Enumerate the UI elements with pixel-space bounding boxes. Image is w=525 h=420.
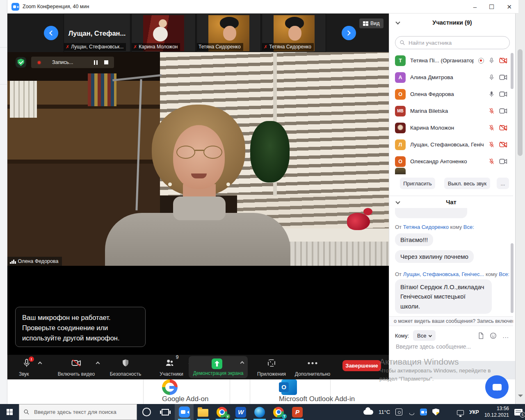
participant-row[interactable]: О Олена Федорова: [389, 86, 513, 103]
mic-warning-toast: Ваш микрофон не работает. Проверьте соед…: [15, 307, 146, 347]
filmstrip-next-button[interactable]: [342, 26, 356, 40]
video-options-chevron[interactable]: [96, 362, 100, 366]
zoom-tray-icon[interactable]: [420, 409, 427, 415]
invite-button[interactable]: Пригласить: [400, 178, 435, 189]
participants-count: 9: [176, 354, 179, 360]
network-icon[interactable]: [457, 410, 464, 415]
scrollbar-thumb[interactable]: [518, 49, 523, 156]
volume-icon[interactable]: [445, 409, 452, 415]
video-tile[interactable]: Тетяна Сидоренко: [196, 14, 261, 52]
emoji-icon[interactable]: [490, 332, 497, 339]
participant-row[interactable]: Л Лущан, Стефановська, Генічес...: [389, 136, 513, 153]
recipient-link[interactable]: Все:: [463, 224, 474, 230]
glasses: [176, 146, 222, 160]
recipient-link[interactable]: Все:: [499, 271, 509, 277]
books: [88, 73, 116, 106]
taskbar-explorer-app[interactable]: [194, 404, 212, 420]
participant-row[interactable]: MB Marina Biletska: [389, 103, 513, 119]
audio-options-chevron[interactable]: [38, 362, 42, 366]
participant-search-input[interactable]: [408, 39, 505, 46]
participants-scrollbar-thumb[interactable]: [511, 53, 514, 89]
maximize-button[interactable]: ☐: [489, 4, 494, 10]
taskbar-search-input[interactable]: [33, 409, 128, 415]
participant-name: Лущан, Стефановська, Генічес...: [410, 142, 484, 148]
participants-button[interactable]: 9 Участники: [150, 355, 193, 379]
microphone-tray-icon[interactable]: [408, 409, 415, 415]
recipient-select[interactable]: Все: [413, 330, 436, 341]
chat-scrollbar-thumb[interactable]: [511, 243, 514, 313]
participant-search[interactable]: [395, 36, 510, 49]
participants-more-button[interactable]: ...: [497, 178, 509, 189]
taskbar-zoom-app[interactable]: [175, 404, 194, 420]
temperature[interactable]: 11°C: [379, 409, 390, 415]
clock[interactable]: 13:56 10.12.2021: [484, 406, 509, 418]
screen: Zoom Конференция, 40 мин – ☐ ✕ Лущан, Ст…: [0, 0, 525, 420]
to-word: кому: [450, 224, 462, 230]
share-options-chevron[interactable]: [240, 361, 244, 365]
date: 10.12.2021: [484, 412, 509, 419]
action-center-icon[interactable]: 5: [514, 409, 523, 415]
participant-name: Алина Дмитрова: [410, 74, 484, 80]
share-screen-button[interactable]: Демонстрация экрана: [189, 356, 248, 378]
google-logo-icon: [162, 379, 178, 395]
more-button[interactable]: Дополнительно: [293, 355, 332, 379]
taskbar-edge-app[interactable]: [250, 404, 269, 420]
watermark-line: Чтобы активировать Windows, перейдите в: [379, 367, 491, 375]
attach-file-icon[interactable]: [478, 332, 484, 339]
record-dot-icon: [37, 60, 41, 65]
participant-row[interactable]: О Олександр Антоненко: [389, 153, 513, 170]
video-tile[interactable]: ✗Карина Моложон: [131, 14, 196, 52]
participant-name: Карина Моложон: [410, 125, 484, 131]
defender-icon[interactable]: [432, 409, 439, 415]
view-button[interactable]: Вид: [359, 18, 383, 28]
participant-row[interactable]: Карина Моложон: [389, 119, 513, 136]
avatar: А: [395, 72, 406, 83]
minimize-button[interactable]: –: [473, 4, 477, 10]
mic-muted-icon: [488, 141, 495, 148]
chat-fab-button[interactable]: [485, 375, 509, 399]
stop-recording-button[interactable]: [104, 60, 108, 64]
mute-all-button[interactable]: Выкл. весь звук: [444, 178, 490, 189]
security-button[interactable]: Безопасность: [104, 355, 147, 379]
from-word: От: [395, 271, 402, 277]
end-meeting-button[interactable]: Завершение: [342, 360, 381, 371]
speech-bubble-icon: [493, 384, 502, 390]
taskbar-chrome-app[interactable]: v: [212, 404, 231, 420]
task-view-icon: [162, 409, 169, 415]
video-tile[interactable]: Лущан, Стефан... ✗Лущан, Стефановськ...: [64, 14, 130, 52]
speaker-mouth: [191, 173, 207, 178]
screen-capture-icon[interactable]: [395, 409, 402, 415]
pause-recording-button[interactable]: [94, 60, 98, 65]
weather-icon[interactable]: [363, 410, 373, 415]
sender-link[interactable]: Тетяна Сидоренко: [403, 224, 449, 230]
chat-more-icon[interactable]: ...: [502, 332, 509, 339]
camera-on-icon: [499, 91, 507, 97]
zoom-app-icon: [11, 3, 19, 11]
participants-list: Т Тетяна Пі... (Организатор, я) А Алина …: [389, 52, 513, 170]
filmstrip-prev-button[interactable]: [44, 26, 58, 40]
share-screen-label: Демонстрация экрана: [189, 370, 248, 376]
audio-button[interactable]: ! Звук: [13, 355, 43, 379]
close-button[interactable]: ✕: [507, 4, 512, 10]
word-icon: W: [235, 407, 246, 418]
apps-button[interactable]: Приложения: [252, 355, 291, 379]
task-view-button[interactable]: [156, 404, 175, 420]
taskbar-search[interactable]: [19, 404, 137, 420]
start-video-button[interactable]: Включить видео: [51, 355, 102, 379]
chat-message-input[interactable]: [395, 343, 509, 350]
video-tile[interactable]: ✗Тетяна Сидоренко: [262, 14, 326, 52]
recording-label: Запись...: [52, 59, 94, 65]
powerpoint-icon: P: [292, 407, 303, 418]
taskbar-powerpoint-app[interactable]: P: [288, 404, 307, 420]
participant-row[interactable]: Т Тетяна Пі... (Организатор, я): [389, 52, 513, 69]
sender-link[interactable]: Лущан, Стефановська, Генічес...: [403, 271, 484, 277]
browser-scrollbar[interactable]: [515, 0, 525, 404]
language-indicator[interactable]: УКР: [469, 409, 479, 415]
taskbar-word-app[interactable]: W: [231, 404, 250, 420]
participant-row[interactable]: А Алина Дмитрова: [389, 69, 513, 86]
scroll-down-arrow[interactable]: [518, 395, 523, 399]
taskbar-chrome2-app[interactable]: Т: [269, 404, 288, 420]
cortana-button[interactable]: [137, 404, 156, 420]
folder-icon: [198, 409, 208, 417]
start-button[interactable]: [0, 404, 19, 420]
